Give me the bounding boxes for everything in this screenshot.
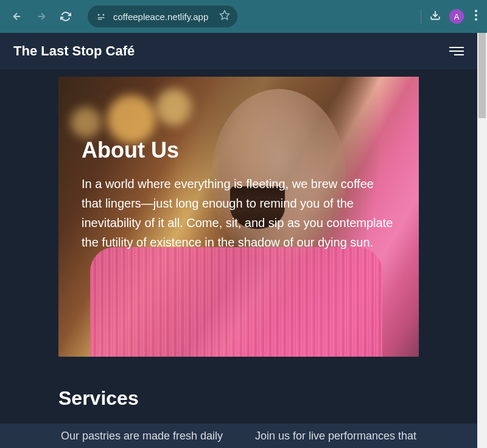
svg-point-5: [475, 10, 477, 12]
hero-image-sweater: [90, 247, 382, 357]
about-body-text: In a world where everything is fleeting,…: [82, 174, 396, 252]
reload-button[interactable]: [56, 7, 75, 26]
url-text: coffeepleace.netlify.app: [113, 12, 208, 22]
svg-point-1: [103, 14, 105, 16]
bokeh-light: [71, 107, 101, 138]
site-controls-icon[interactable]: [95, 10, 107, 23]
hero-image-card: About Us In a world where everything is …: [58, 77, 419, 357]
svg-point-7: [475, 18, 477, 21]
bookmark-star-icon[interactable]: [219, 10, 230, 24]
svg-marker-4: [220, 10, 229, 19]
download-icon[interactable]: [430, 10, 441, 24]
bokeh-light: [107, 95, 156, 144]
browser-menu-icon[interactable]: [472, 10, 480, 24]
hamburger-menu-icon[interactable]: [449, 47, 464, 55]
site-title: The Last Stop Café: [13, 43, 135, 59]
services-heading: Services: [58, 387, 477, 410]
avatar-letter: A: [454, 12, 460, 21]
page-content: The Last Stop Café About Us In a world w…: [0, 33, 477, 448]
about-heading: About Us: [82, 138, 396, 163]
profile-avatar[interactable]: A: [449, 9, 464, 24]
forward-button[interactable]: [32, 7, 51, 26]
service-item: Our pastries are made fresh daily: [61, 430, 223, 443]
scrollbar-thumb[interactable]: [478, 33, 486, 118]
svg-rect-3: [98, 19, 102, 19]
site-header: The Last Stop Café: [0, 33, 477, 69]
svg-point-0: [98, 14, 100, 16]
services-row: Our pastries are made fresh daily Join u…: [0, 424, 477, 448]
address-bar[interactable]: coffeepleace.netlify.app: [88, 5, 237, 27]
browser-toolbar: coffeepleace.netlify.app A: [0, 0, 487, 33]
vertical-scrollbar[interactable]: [477, 33, 487, 448]
svg-rect-2: [98, 17, 105, 18]
svg-point-6: [475, 14, 477, 16]
service-item: Join us for live performances that: [255, 430, 416, 443]
toolbar-divider: [421, 9, 421, 24]
back-button[interactable]: [7, 7, 27, 26]
